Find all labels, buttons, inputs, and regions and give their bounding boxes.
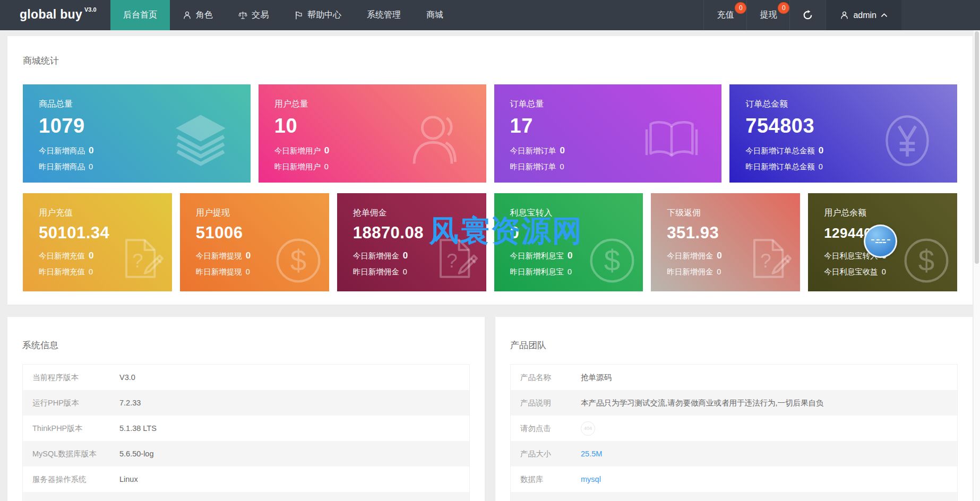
menu-item-mall[interactable]: 商城 bbox=[414, 0, 456, 30]
stat-today-label: 今日新增佣金 bbox=[353, 252, 399, 260]
stat-yesterday-value: 0 bbox=[89, 267, 93, 276]
widget-dash bbox=[875, 242, 886, 243]
stat-today-label: 今日新增商品 bbox=[39, 146, 85, 155]
table-row: 服务器操作系统 Linux bbox=[23, 467, 469, 492]
stat-today-value: 0 bbox=[324, 145, 329, 156]
stat-today-value: 0 bbox=[89, 250, 93, 261]
page-scrollbar[interactable] bbox=[974, 30, 980, 501]
chevron-up-icon bbox=[881, 13, 888, 18]
system-info-panel: 系统信息 当前程序版本 V3.0 运行PHP版本 7.2.33 ThinkPHP… bbox=[7, 317, 485, 501]
product-team-title: 产品团队 bbox=[510, 317, 958, 351]
product-size-link[interactable]: 25.5M bbox=[581, 450, 602, 458]
stat-today-label: 今日新增提现 bbox=[196, 252, 242, 260]
stat-today-value: 0 bbox=[246, 250, 251, 261]
user-icon bbox=[840, 11, 849, 20]
stat-yesterday-label: 昨日新增佣金 bbox=[667, 267, 713, 276]
table-row: 制作 ThinkPhp bbox=[511, 492, 957, 501]
stat-yesterday-label: 昨日新增利息宝 bbox=[510, 267, 564, 276]
refresh-icon bbox=[803, 10, 813, 20]
book-icon bbox=[645, 114, 698, 167]
top-navbar: global buy V3.0 后台首页 角色 交易 帮助中心 系统管理 商城 … bbox=[0, 0, 980, 30]
stat-card-order-amount: 订单总金额 754803 今日新增订单总金额0 昨日新增订单总金额0 bbox=[729, 84, 957, 183]
mall-stats-panel: 商城统计 商品总量 1079 今日新增商品0 昨日新增商品0 用户总量 10 今… bbox=[7, 36, 973, 305]
stat-yesterday-value: 0 bbox=[568, 267, 572, 276]
table-row: 数据库 mysql bbox=[511, 467, 957, 492]
database-link[interactable]: mysql bbox=[581, 475, 601, 483]
recharge-badge: 0 bbox=[735, 2, 746, 14]
withdraw-badge: 0 bbox=[778, 2, 789, 14]
stat-card-products: 商品总量 1079 今日新增商品0 昨日新增商品0 bbox=[23, 84, 251, 183]
stat-yesterday-value: 0 bbox=[246, 267, 250, 276]
refresh-button[interactable] bbox=[789, 0, 826, 30]
product-team-table: 产品名称 抢单源码 产品说明 本产品只为学习测试交流,请勿要做商业或者用于违法行… bbox=[510, 364, 958, 501]
stat-today-value: 0 bbox=[568, 250, 572, 261]
scrollbar-thumb[interactable] bbox=[975, 31, 979, 264]
stat-yesterday-value: 0 bbox=[717, 267, 721, 276]
stat-yesterday-label: 昨日新增佣金 bbox=[353, 267, 399, 276]
stat-yesterday-value: 0 bbox=[324, 162, 329, 171]
user-menu[interactable]: admin bbox=[826, 0, 901, 30]
stat-today-label: 今日新增利息宝 bbox=[510, 252, 564, 260]
main-menu: 后台首页 角色 交易 帮助中心 系统管理 商城 bbox=[110, 0, 456, 30]
system-info-table: 当前程序版本 V3.0 运行PHP版本 7.2.33 ThinkPHP版本 5.… bbox=[22, 364, 470, 501]
table-row: 上传配置 Apache bbox=[23, 492, 469, 501]
product-team-panel: 产品团队 产品名称 抢单源码 产品说明 本产品只为学习测试交流,请勿要做商业或者… bbox=[495, 317, 973, 501]
table-row: 产品名称 抢单源码 bbox=[511, 365, 957, 390]
stat-title: 订单总量 bbox=[510, 99, 722, 110]
table-row: 运行PHP版本 7.2.33 bbox=[23, 390, 469, 416]
stat-title: 订单总金额 bbox=[745, 99, 957, 110]
widget-dash bbox=[871, 239, 890, 240]
stat-today-label: 今日新增订单总金额 bbox=[745, 146, 815, 155]
table-row: 产品说明 本产品只为学习测试交流,请勿要做商业或者用于违法行为,一切后果自负 bbox=[511, 390, 957, 416]
stat-card-users: 用户总量 10 今日新增用户0 昨日新增用户0 bbox=[259, 84, 486, 183]
stat-today-value: 0 bbox=[89, 145, 93, 156]
stat-yesterday-value: 0 bbox=[560, 162, 564, 171]
menu-item-dashboard[interactable]: 后台首页 bbox=[110, 0, 170, 30]
site-watermark: 风寰资源网 bbox=[429, 211, 583, 252]
table-row: MySQL数据库版本 5.6.50-log bbox=[23, 441, 469, 467]
edit-doc-icon bbox=[118, 237, 165, 284]
stat-title: 用户总量 bbox=[274, 99, 486, 110]
system-info-title: 系统信息 bbox=[22, 317, 470, 351]
table-row: 当前程序版本 V3.0 bbox=[23, 365, 469, 390]
recharge-button[interactable]: 充值 0 bbox=[703, 0, 746, 30]
stats-section-title: 商城统计 bbox=[23, 36, 957, 67]
stat-yesterday-label: 昨日新增订单 bbox=[510, 162, 556, 171]
dollar-icon bbox=[903, 237, 950, 284]
stat-today-value: 0 bbox=[717, 250, 721, 261]
menu-item-roles[interactable]: 角色 bbox=[170, 0, 226, 30]
stat-today-label: 今日新增用户 bbox=[274, 146, 321, 155]
withdraw-button[interactable]: 提现 0 bbox=[746, 0, 789, 30]
stats-row-1: 商品总量 1079 今日新增商品0 昨日新增商品0 用户总量 10 今日新增用户… bbox=[23, 84, 957, 183]
stat-title: 用户总余额 bbox=[824, 208, 957, 219]
scales-icon bbox=[238, 11, 247, 20]
stat-today-label: 今日新增订单 bbox=[510, 146, 556, 155]
menu-item-trade[interactable]: 交易 bbox=[226, 0, 281, 30]
stat-title: 用户充值 bbox=[39, 208, 172, 219]
stat-yesterday-value: 0 bbox=[882, 267, 886, 276]
stat-today-value: 0 bbox=[403, 250, 408, 261]
menu-item-system[interactable]: 系统管理 bbox=[354, 0, 414, 30]
dollar-icon bbox=[589, 237, 635, 284]
app-logo: global buy V3.0 bbox=[0, 0, 110, 30]
stat-card-user-recharge: 用户充值 50101.34 今日新增充值0 昨日新增充值0 bbox=[23, 193, 172, 291]
stat-today-value: 0 bbox=[819, 145, 823, 156]
stat-card-user-withdraw: 用户提现 51006 今日新增提现0 昨日新增提现0 bbox=[180, 193, 329, 291]
app-logo-version: V3.0 bbox=[84, 6, 97, 13]
edit-doc-icon bbox=[746, 237, 793, 284]
menu-item-help-center[interactable]: 帮助中心 bbox=[281, 0, 354, 30]
layers-icon bbox=[174, 114, 227, 167]
stat-yesterday-value: 0 bbox=[89, 162, 93, 171]
stat-yesterday-label: 昨日新增订单总金额 bbox=[745, 162, 815, 171]
stat-yesterday-label: 昨日新增提现 bbox=[196, 267, 242, 276]
stat-today-label: 今日新增充值 bbox=[39, 252, 85, 260]
person-icon bbox=[410, 114, 463, 167]
user-icon bbox=[183, 11, 192, 20]
stat-today-label: 今日新增佣金 bbox=[667, 252, 713, 260]
yuan-icon bbox=[881, 114, 934, 167]
stat-title: 下级返佣 bbox=[667, 208, 800, 219]
do-not-click-badge[interactable]: 404 bbox=[581, 421, 595, 436]
floating-contact-widget[interactable] bbox=[864, 224, 897, 258]
stat-yesterday-label: 昨日新增充值 bbox=[39, 267, 85, 276]
flag-icon bbox=[294, 11, 303, 20]
